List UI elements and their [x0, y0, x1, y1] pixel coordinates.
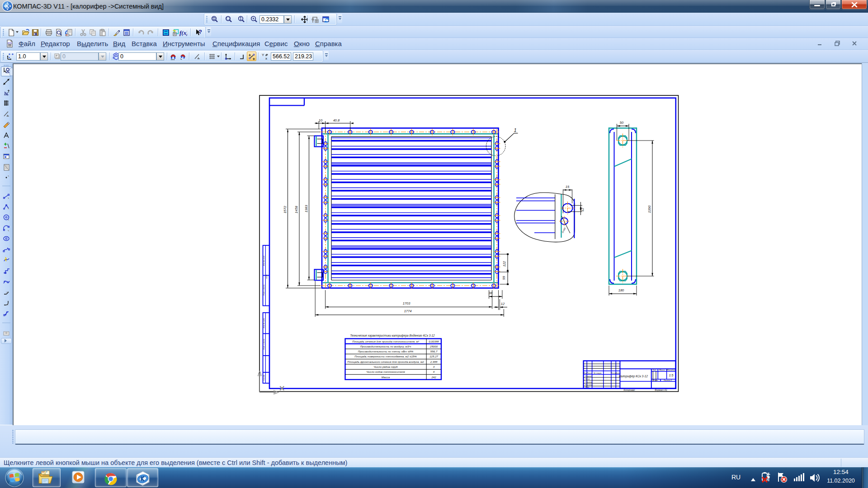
- svg-text:2,488: 2,488: [430, 360, 438, 363]
- svg-text:Лист: Лист: [586, 372, 592, 374]
- svg-text:4: 4: [433, 370, 435, 373]
- svg-text:Площадь сечения для прохода те: Площадь сечения для прохода теплоносител…: [352, 340, 420, 343]
- svg-text:Число ходов теплоносителя: Число ходов теплоносителя: [366, 370, 405, 373]
- svg-text:Инв № дубл: Инв № дубл: [263, 318, 265, 328]
- svg-text:1572: 1572: [283, 206, 287, 214]
- svg-text:Листов 1: Листов 1: [663, 379, 672, 381]
- svg-text:Пров.: Пров.: [585, 378, 590, 380]
- svg-text:Разраб.: Разраб.: [585, 375, 592, 377]
- svg-text:Калорифер КСк 3-12: Калорифер КСк 3-12: [619, 375, 648, 378]
- svg-text:Формат А1: Формат А1: [655, 389, 667, 391]
- svg-text:f(x): f(x): [179, 29, 187, 36]
- svg-text:180: 180: [618, 288, 624, 292]
- svg-text:1: 1: [514, 127, 516, 133]
- svg-text:1703: 1703: [403, 301, 411, 305]
- svg-text:556,7: 556,7: [430, 350, 438, 353]
- svg-text:№ докум.: № докум.: [594, 372, 602, 374]
- svg-text:25000: 25000: [429, 345, 438, 348]
- svg-text:Масса: Масса: [659, 369, 665, 371]
- svg-text:1383: 1383: [304, 205, 308, 213]
- svg-text:Лит.: Лит.: [652, 369, 657, 371]
- svg-text:?: ?: [198, 28, 202, 35]
- svg-text:взам: взам: [265, 274, 268, 278]
- svg-text:10: 10: [319, 118, 323, 122]
- svg-text:Утв.: Утв.: [585, 386, 590, 388]
- svg-text:Производительность по воздуху,: Производительность по воздуху, м3/ч: [360, 345, 411, 348]
- svg-text:40.8: 40.8: [333, 118, 340, 122]
- svg-text:0,00388: 0,00388: [429, 340, 439, 343]
- svg-text:Подп и дата: Подп и дата: [263, 284, 265, 296]
- svg-text:1458: 1458: [294, 206, 298, 214]
- svg-text:3: 3: [433, 365, 435, 368]
- svg-text:1×45°: 1×45°: [561, 226, 567, 233]
- svg-text:x: x: [265, 56, 267, 61]
- svg-text:Спр №: Спр №: [263, 375, 265, 380]
- svg-text:1774: 1774: [404, 309, 412, 313]
- svg-text:242: 242: [431, 375, 436, 379]
- svg-text:Т.контр.: Т.контр.: [585, 381, 593, 383]
- svg-text:Н.контр.: Н.контр.: [585, 384, 593, 386]
- svg-text:Масса: Масса: [382, 375, 390, 379]
- svg-text:15: 15: [566, 185, 570, 189]
- svg-text:Y: Y: [262, 53, 264, 57]
- svg-text:50: 50: [620, 121, 624, 125]
- svg-text:Площадь поверхности теплообмен: Площадь поверхности теплообмена, м2 ±15%: [354, 355, 417, 358]
- svg-text:Масштаб: Масштаб: [667, 369, 676, 371]
- svg-text:Производительность по теплу, к: Производительность по теплу, кВт ±8%: [358, 350, 414, 353]
- svg-text:Площадь фронтального сечения д: Площадь фронтального сечения для прохода…: [347, 360, 424, 363]
- svg-text:12: 12: [501, 302, 505, 306]
- svg-text:Инв № подл: Инв № подл: [263, 255, 265, 266]
- svg-text:Технические характеристики кал: Технические характеристики калорифера Во…: [350, 334, 435, 338]
- svg-text:125,27: 125,27: [429, 355, 438, 358]
- svg-text:122: 122: [502, 261, 506, 267]
- svg-text:Число рядов труб: Число рядов труб: [374, 365, 398, 368]
- svg-text:99: 99: [502, 276, 506, 280]
- svg-text:Копировал: Копировал: [624, 389, 635, 391]
- svg-text:Дата: Дата: [615, 372, 621, 374]
- svg-text:Лист: Лист: [653, 379, 658, 381]
- svg-text:Изм: Изм: [583, 372, 587, 374]
- svg-text:1390: 1390: [647, 205, 651, 213]
- svg-text:K: K: [5, 3, 9, 9]
- svg-text:1:5: 1:5: [669, 374, 674, 377]
- svg-text:12: 12: [580, 207, 585, 211]
- svg-text:Подп и дата: Подп и дата: [263, 338, 265, 350]
